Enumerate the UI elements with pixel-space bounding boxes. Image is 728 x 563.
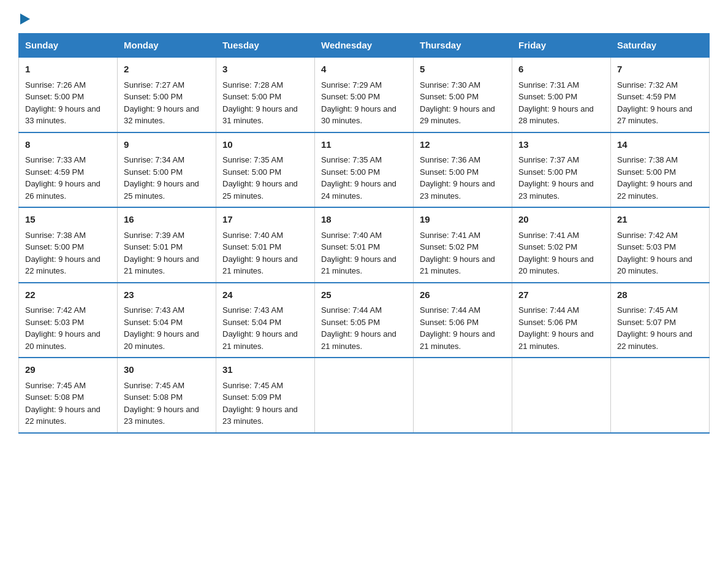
sunrise-text: Sunrise: 7:39 AM [124, 231, 184, 240]
sunrise-text: Sunrise: 7:43 AM [222, 305, 283, 315]
daylight-text: Daylight: 9 hours and 20 minutes. [617, 255, 692, 276]
sunrise-text: Sunrise: 7:35 AM [222, 155, 283, 164]
calendar-cell: 11 Sunrise: 7:35 AM Sunset: 5:00 PM Dayl… [315, 132, 414, 208]
daylight-text: Daylight: 9 hours and 29 minutes. [420, 104, 495, 126]
day-number: 13 [518, 138, 604, 152]
daylight-text: Daylight: 9 hours and 20 minutes. [518, 255, 594, 276]
sunrise-text: Sunrise: 7:44 AM [321, 305, 382, 315]
sunrise-text: Sunrise: 7:38 AM [25, 231, 86, 240]
sunrise-text: Sunrise: 7:29 AM [321, 80, 382, 90]
sunset-text: Sunset: 5:01 PM [321, 242, 380, 251]
sunset-text: Sunset: 5:00 PM [321, 167, 380, 177]
calendar-week-row: 15 Sunrise: 7:38 AM Sunset: 5:00 PM Dayl… [19, 207, 710, 283]
calendar-cell: 29 Sunrise: 7:45 AM Sunset: 5:08 PM Dayl… [19, 358, 118, 433]
calendar-cell: 1 Sunrise: 7:26 AM Sunset: 5:00 PM Dayli… [19, 57, 118, 132]
calendar-cell: 10 Sunrise: 7:35 AM Sunset: 5:00 PM Dayl… [216, 132, 315, 208]
day-number: 5 [420, 63, 506, 77]
column-header-thursday: Thursday [414, 34, 512, 58]
day-number: 18 [321, 213, 407, 227]
day-number: 7 [617, 63, 703, 77]
sunset-text: Sunset: 5:00 PM [518, 92, 577, 101]
sunrise-text: Sunrise: 7:37 AM [518, 155, 579, 164]
sunset-text: Sunset: 5:01 PM [222, 242, 281, 251]
column-header-friday: Friday [512, 34, 611, 58]
calendar-cell: 5 Sunrise: 7:30 AM Sunset: 5:00 PM Dayli… [414, 57, 512, 132]
day-number: 12 [420, 138, 506, 152]
calendar-header-row: SundayMondayTuesdayWednesdayThursdayFrid… [19, 34, 710, 58]
sunset-text: Sunset: 5:00 PM [420, 92, 479, 101]
sunset-text: Sunset: 5:08 PM [25, 393, 84, 402]
sunrise-text: Sunrise: 7:28 AM [222, 80, 283, 90]
column-header-wednesday: Wednesday [315, 34, 414, 58]
calendar-cell: 15 Sunrise: 7:38 AM Sunset: 5:00 PM Dayl… [19, 207, 118, 283]
sunset-text: Sunset: 4:59 PM [25, 167, 84, 177]
sunrise-text: Sunrise: 7:35 AM [321, 155, 382, 164]
svg-marker-0 [20, 13, 30, 25]
daylight-text: Daylight: 9 hours and 23 minutes. [222, 405, 298, 426]
sunrise-text: Sunrise: 7:31 AM [518, 80, 579, 90]
calendar-cell: 23 Sunrise: 7:43 AM Sunset: 5:04 PM Dayl… [118, 283, 216, 358]
day-number: 24 [222, 288, 308, 302]
daylight-text: Daylight: 9 hours and 24 minutes. [321, 179, 396, 201]
day-number: 29 [25, 363, 111, 377]
calendar-cell: 24 Sunrise: 7:43 AM Sunset: 5:04 PM Dayl… [216, 283, 315, 358]
calendar-cell: 26 Sunrise: 7:44 AM Sunset: 5:06 PM Dayl… [414, 283, 512, 358]
day-number: 20 [518, 213, 604, 227]
daylight-text: Daylight: 9 hours and 33 minutes. [25, 104, 100, 126]
daylight-text: Daylight: 9 hours and 25 minutes. [222, 179, 298, 201]
sunset-text: Sunset: 5:04 PM [124, 318, 183, 327]
day-number: 3 [222, 63, 308, 77]
day-number: 31 [222, 363, 308, 377]
sunset-text: Sunset: 5:02 PM [518, 242, 577, 251]
daylight-text: Daylight: 9 hours and 21 minutes. [420, 329, 495, 351]
sunset-text: Sunset: 5:00 PM [617, 167, 676, 177]
daylight-text: Daylight: 9 hours and 23 minutes. [124, 405, 199, 426]
daylight-text: Daylight: 9 hours and 21 minutes. [321, 255, 396, 276]
calendar-cell: 20 Sunrise: 7:41 AM Sunset: 5:02 PM Dayl… [512, 207, 611, 283]
calendar-cell [611, 358, 710, 433]
day-number: 2 [124, 63, 210, 77]
column-header-monday: Monday [118, 34, 216, 58]
daylight-text: Daylight: 9 hours and 21 minutes. [222, 255, 298, 276]
daylight-text: Daylight: 9 hours and 25 minutes. [124, 179, 199, 201]
sunset-text: Sunset: 5:00 PM [124, 167, 183, 177]
sunset-text: Sunset: 5:00 PM [518, 167, 577, 177]
calendar-cell [512, 358, 611, 433]
daylight-text: Daylight: 9 hours and 26 minutes. [25, 179, 100, 201]
daylight-text: Daylight: 9 hours and 21 minutes. [321, 329, 396, 351]
calendar-cell: 12 Sunrise: 7:36 AM Sunset: 5:00 PM Dayl… [414, 132, 512, 208]
sunset-text: Sunset: 5:00 PM [420, 167, 479, 177]
calendar-cell: 17 Sunrise: 7:40 AM Sunset: 5:01 PM Dayl… [216, 207, 315, 283]
column-header-tuesday: Tuesday [216, 34, 315, 58]
day-number: 22 [25, 288, 111, 302]
sunset-text: Sunset: 5:05 PM [321, 318, 380, 327]
day-number: 21 [617, 213, 703, 227]
daylight-text: Daylight: 9 hours and 22 minutes. [25, 255, 100, 276]
sunrise-text: Sunrise: 7:32 AM [617, 80, 678, 90]
page-header [18, 12, 710, 23]
sunset-text: Sunset: 5:00 PM [321, 92, 380, 101]
sunset-text: Sunset: 5:02 PM [420, 242, 479, 251]
daylight-text: Daylight: 9 hours and 20 minutes. [25, 329, 100, 351]
sunset-text: Sunset: 5:09 PM [222, 393, 281, 402]
daylight-text: Daylight: 9 hours and 23 minutes. [518, 179, 594, 201]
sunrise-text: Sunrise: 7:40 AM [222, 231, 283, 240]
sunrise-text: Sunrise: 7:40 AM [321, 231, 382, 240]
column-header-saturday: Saturday [611, 34, 710, 58]
sunrise-text: Sunrise: 7:45 AM [25, 381, 86, 390]
daylight-text: Daylight: 9 hours and 21 minutes. [518, 329, 594, 351]
daylight-text: Daylight: 9 hours and 23 minutes. [420, 179, 495, 201]
sunrise-text: Sunrise: 7:43 AM [124, 305, 184, 315]
day-number: 9 [124, 138, 210, 152]
sunrise-text: Sunrise: 7:42 AM [617, 231, 678, 240]
daylight-text: Daylight: 9 hours and 22 minutes. [617, 179, 692, 201]
day-number: 14 [617, 138, 703, 152]
calendar-cell: 19 Sunrise: 7:41 AM Sunset: 5:02 PM Dayl… [414, 207, 512, 283]
calendar-cell: 7 Sunrise: 7:32 AM Sunset: 4:59 PM Dayli… [611, 57, 710, 132]
day-number: 16 [124, 213, 210, 227]
sunrise-text: Sunrise: 7:41 AM [420, 231, 480, 240]
logo-arrow-icon [20, 12, 30, 26]
sunset-text: Sunset: 5:03 PM [25, 318, 84, 327]
daylight-text: Daylight: 9 hours and 28 minutes. [518, 104, 594, 126]
daylight-text: Daylight: 9 hours and 21 minutes. [420, 255, 495, 276]
